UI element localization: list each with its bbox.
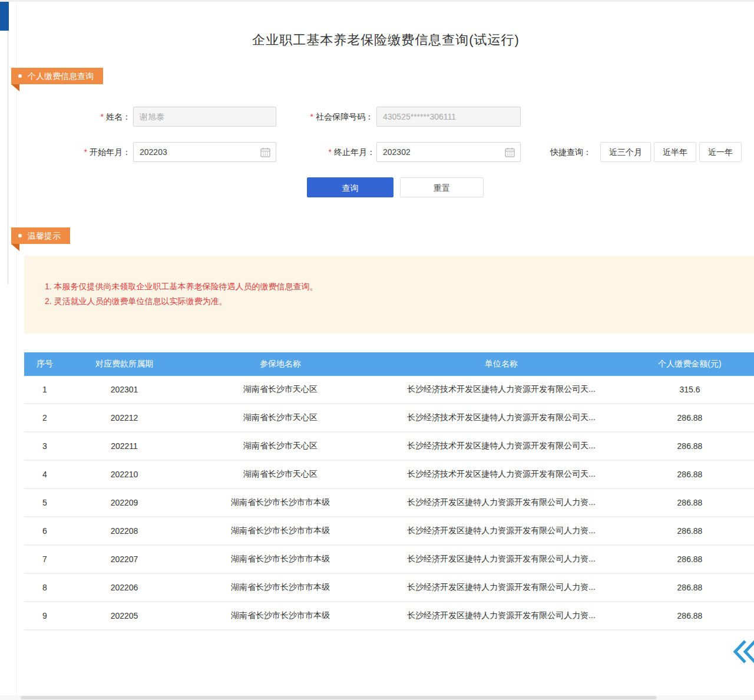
amount-cell: 286.88: [625, 526, 754, 536]
required-asterisk: *: [310, 112, 313, 121]
region-cell: 湖南省长沙市长沙市市本级: [183, 497, 378, 508]
bullet-icon: [18, 234, 22, 237]
notice-line: 2. 灵活就业人员的缴费单位信息以实际缴费为准。: [45, 294, 737, 309]
section-label: 温馨提示: [28, 227, 61, 244]
ribbon-fold: [11, 244, 19, 251]
start-month-label: *开始年月：: [49, 142, 131, 162]
region-cell: 湖南省长沙市天心区: [183, 441, 378, 451]
calendar-icon[interactable]: [260, 147, 270, 157]
company-cell: 长沙经济技术开发区捷特人力资源开发有限公司天...: [378, 441, 625, 451]
company-cell: 长沙经济开发区捷特人力资源开发有限公司人力资...: [378, 610, 625, 621]
ssn-label: *社会保障号码：: [273, 107, 373, 127]
row-index: 7: [24, 554, 65, 564]
period-cell: 202207: [65, 554, 183, 564]
notice-panel: 1. 本服务仅提供尚未领取企业职工基本养老保险待遇人员的缴费信息查询。2. 灵活…: [24, 256, 754, 334]
column-header: 序号: [24, 359, 65, 369]
table-row: 7202207湖南省长沙市长沙市市本级长沙经济开发区捷特人力资源开发有限公司人力…: [24, 546, 754, 574]
sidebar-tab[interactable]: [0, 2, 9, 31]
amount-cell: 315.6: [625, 385, 754, 394]
amount-cell: 286.88: [625, 611, 754, 620]
calendar-icon[interactable]: [505, 147, 515, 157]
period-cell: 202208: [65, 526, 183, 536]
company-cell: 长沙经济开发区捷特人力资源开发有限公司人力资...: [378, 554, 625, 564]
period-cell: 202206: [65, 583, 183, 592]
page-title: 企业职工基本养老保险缴费信息查询(试运行): [17, 31, 754, 49]
required-asterisk: *: [329, 147, 332, 157]
period-cell: 202209: [65, 498, 183, 507]
region-cell: 湖南省长沙市长沙市市本级: [183, 610, 378, 621]
ssn-field: 430525******306111: [376, 107, 521, 127]
table-row: 4202210湖南省长沙市天心区长沙经济技术开发区捷特人力资源开发有限公司天..…: [24, 461, 754, 489]
required-asterisk: *: [101, 112, 104, 121]
period-cell: 202212: [65, 413, 183, 422]
bullet-icon: [18, 74, 22, 78]
period-cell: 202211: [65, 441, 183, 451]
company-cell: 长沙经济开发区捷特人力资源开发有限公司人力资...: [378, 526, 625, 536]
section-header-personal-query: 个人缴费信息查询: [11, 68, 103, 84]
amount-cell: 286.88: [625, 413, 754, 422]
main-panel: 企业职工基本养老保险缴费信息查询(试运行) 个人缴费信息查询 *姓名： 谢旭泰 …: [16, 2, 754, 700]
collapsed-sidebar: [0, 2, 16, 700]
row-index: 5: [24, 498, 65, 507]
table-row: 6202208湖南省长沙市长沙市市本级长沙经济开发区捷特人力资源开发有限公司人力…: [24, 517, 754, 546]
required-asterisk: *: [84, 147, 87, 157]
name-label: *姓名：: [67, 107, 131, 127]
region-cell: 湖南省长沙市天心区: [183, 412, 378, 423]
quick-query-option-2[interactable]: 近一年: [699, 142, 742, 162]
start-month-input[interactable]: 202203: [133, 142, 276, 162]
region-cell: 湖南省长沙市长沙市市本级: [183, 526, 378, 536]
payment-table: 序号对应费款所属期参保地名称单位名称个人缴费金额(元) 1202301湖南省长沙…: [24, 352, 754, 630]
chevron-double-left-icon[interactable]: [733, 638, 754, 665]
section-header-tips: 温馨提示: [11, 227, 70, 244]
period-cell: 202301: [65, 385, 183, 394]
region-cell: 湖南省长沙市长沙市市本级: [183, 554, 378, 564]
amount-cell: 286.88: [625, 498, 754, 507]
company-cell: 长沙经济技术开发区捷特人力资源开发有限公司天...: [378, 412, 625, 423]
table-row: 9202205湖南省长沙市长沙市市本级长沙经济开发区捷特人力资源开发有限公司人力…: [24, 602, 754, 630]
end-month-input[interactable]: 202302: [376, 142, 521, 162]
period-cell: 202210: [65, 470, 183, 479]
name-field: 谢旭泰: [133, 107, 276, 127]
region-cell: 湖南省长沙市长沙市市本级: [183, 582, 378, 593]
row-index: 9: [24, 611, 65, 620]
amount-cell: 286.88: [625, 441, 754, 451]
column-header: 参保地名称: [183, 359, 378, 369]
row-index: 2: [24, 413, 65, 422]
table-row: 2202212湖南省长沙市天心区长沙经济技术开发区捷特人力资源开发有限公司天..…: [24, 404, 754, 432]
ribbon-fold: [11, 84, 19, 91]
table-header-row: 序号对应费款所属期参保地名称单位名称个人缴费金额(元): [24, 352, 754, 376]
column-header: 个人缴费金额(元): [625, 359, 754, 369]
period-cell: 202205: [65, 611, 183, 620]
query-button[interactable]: 查询: [307, 177, 393, 197]
company-cell: 长沙经济技术开发区捷特人力资源开发有限公司天...: [378, 469, 625, 480]
end-month-label: *终止年月：: [294, 142, 375, 162]
table-row: 1202301湖南省长沙市天心区长沙经济技术开发区捷特人力资源开发有限公司天..…: [24, 376, 754, 404]
company-cell: 长沙经济开发区捷特人力资源开发有限公司人力资...: [378, 497, 625, 508]
quick-query-option-1[interactable]: 近半年: [654, 142, 696, 162]
table-row: 3202211湖南省长沙市天心区长沙经济技术开发区捷特人力资源开发有限公司天..…: [24, 432, 754, 461]
column-header: 对应费款所属期: [65, 359, 183, 369]
region-cell: 湖南省长沙市天心区: [183, 384, 378, 395]
quick-query-group: 近三个月近半年近一年: [597, 142, 742, 162]
section-label: 个人缴费信息查询: [28, 68, 94, 84]
quick-query-label: 快捷查询：: [550, 142, 591, 162]
row-index: 1: [24, 385, 65, 394]
horizontal-scrollbar-thumb[interactable]: [21, 696, 657, 699]
row-index: 4: [24, 470, 65, 479]
table-row: 5202209湖南省长沙市长沙市市本级长沙经济开发区捷特人力资源开发有限公司人力…: [24, 489, 754, 517]
notice-line: 1. 本服务仅提供尚未领取企业职工基本养老保险待遇人员的缴费信息查询。: [45, 279, 737, 294]
company-cell: 长沙经济开发区捷特人力资源开发有限公司人力资...: [378, 582, 625, 593]
amount-cell: 286.88: [625, 554, 754, 564]
horizontal-scrollbar-track[interactable]: [0, 695, 754, 700]
row-index: 6: [24, 526, 65, 536]
region-cell: 湖南省长沙市天心区: [183, 469, 378, 480]
quick-query-option-0[interactable]: 近三个月: [600, 142, 651, 162]
sidebar-divider: [8, 31, 8, 284]
amount-cell: 286.88: [625, 470, 754, 479]
row-index: 3: [24, 441, 65, 451]
column-header: 单位名称: [378, 359, 625, 369]
reset-button[interactable]: 重置: [400, 177, 484, 197]
company-cell: 长沙经济技术开发区捷特人力资源开发有限公司天...: [378, 384, 625, 395]
table-row: 8202206湖南省长沙市长沙市市本级长沙经济开发区捷特人力资源开发有限公司人力…: [24, 574, 754, 602]
row-index: 8: [24, 583, 65, 592]
